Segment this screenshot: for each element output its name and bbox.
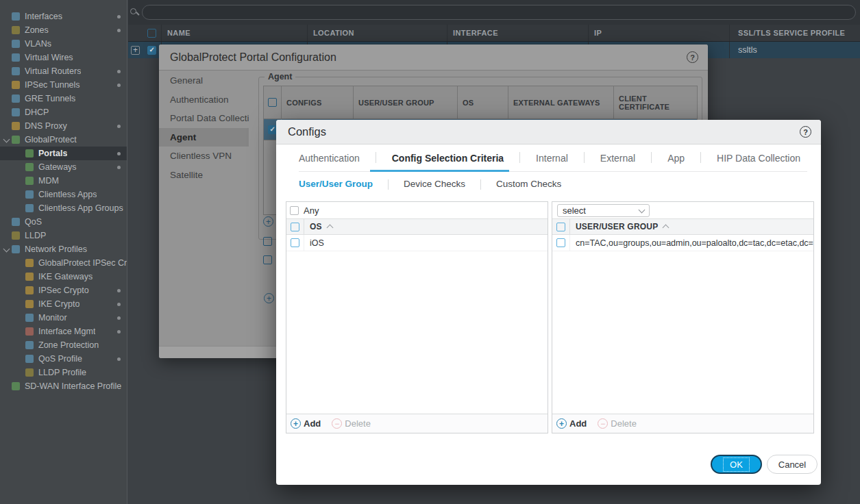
sidebar-item-gre-tunnels[interactable]: GRE Tunnels [0,92,127,105]
agent-table-header: CONFIGS USER/USER GROUP OS EXTERNAL GATE… [264,86,697,119]
sidebar-item-virtual-wires[interactable]: Virtual Wires [0,51,127,64]
agent-column-header[interactable]: CLIENT CERTIFICATE [614,86,697,118]
gp-ipsec-crypto-icon [25,259,34,267]
gre-tunnels-icon [12,94,20,103]
delete-button[interactable]: − Delete [598,418,637,429]
column-header-ssl-tls-service-profile[interactable]: SSL/TLS SERVICE PROFILE [729,25,860,41]
sidebar-item-zones[interactable]: Zones [0,23,127,37]
os-row[interactable]: iOS [286,235,548,251]
sidebar-item-monitor[interactable]: Monitor [0,311,127,325]
sidebar-item-qos-profile[interactable]: QoS Profile [0,352,127,366]
agent-column-header[interactable]: CONFIGS [282,86,354,118]
add-icon[interactable]: + [263,216,273,227]
sidebar-item-ike-crypto[interactable]: IKE Crypto [0,297,127,311]
sidebar-item-sdwan-interface-profile[interactable]: SD-WAN Interface Profile [0,379,127,393]
topbar [128,0,860,25]
subtab-custom-checks[interactable]: Custom Checks [480,179,561,189]
row-ssl-profile-cell: ssltls [729,42,860,58]
user-group-row[interactable]: cn=TAC,ou=groups,ou=admin,ou=paloalto,dc… [552,235,813,251]
add-button[interactable]: + Add [556,418,587,429]
sidebar-item-zone-protection[interactable]: Zone Protection [0,338,127,352]
sidebar-item-lldp[interactable]: LLDP [0,229,127,242]
add-button[interactable]: + Add [291,418,321,429]
sidebar-item-clientless-apps[interactable]: Clientless Apps [0,188,127,201]
delete-button[interactable]: − Delete [332,418,371,429]
sidebar-item-dns-proxy[interactable]: DNS Proxy [0,119,127,133]
row-checkbox[interactable] [556,238,565,247]
column-header-interface[interactable]: INTERFACE [447,25,588,41]
trusted-ca-row-checkbox[interactable] [263,255,272,264]
virtual-wires-icon [12,53,20,62]
tab-app[interactable]: App [651,144,685,171]
expand-row-icon[interactable]: + [131,46,140,55]
column-header-name[interactable]: NAME [161,25,307,41]
search-input[interactable] [142,5,856,20]
os-select-all-checkbox[interactable] [291,223,299,231]
sidebar-item-mdm[interactable]: MDM [0,174,127,188]
sidebar-item-interfaces[interactable]: Interfaces [0,10,127,23]
sidebar-item-interface-mgmt[interactable]: Interface Mgmt [0,325,127,338]
portal-nav-agent[interactable]: Agent [159,128,249,147]
help-icon[interactable]: ? [687,51,698,63]
chevron-down-icon[interactable] [2,245,11,254]
agent-column-header[interactable]: OS [458,86,508,118]
subtab-device-checks[interactable]: Device Checks [388,179,465,189]
sidebar-item-qos[interactable]: QoS [0,215,127,229]
portal-nav-authentication[interactable]: Authentication [159,90,249,110]
tab-authentication[interactable]: Authentication [299,144,360,171]
sidebar-item-globalprotect[interactable]: GlobalProtect [0,133,127,147]
lldp-icon [12,231,20,240]
portal-nav-portal-data-collection[interactable]: Portal Data Collectio [159,109,249,128]
subtab-user-user-group[interactable]: User/User Group [299,179,373,189]
globalprotect-icon [12,136,20,144]
sort-ascending-icon[interactable] [663,225,669,231]
status-dot [117,330,121,333]
tab-external[interactable]: External [584,144,635,171]
help-icon[interactable]: ? [800,126,811,138]
column-header-ip[interactable]: IP [588,25,729,41]
chevron-down-icon[interactable] [2,136,11,144]
vlans-icon [12,40,20,48]
agent-column-header[interactable]: USER/USER GROUP [354,86,458,118]
tab-hip-data-collection[interactable]: HIP Data Collection [700,144,800,171]
sidebar-item-network-profiles[interactable]: Network Profiles [0,242,127,256]
portal-nav-clientless-vpn[interactable]: Clientless VPN [159,147,249,166]
os-rows: iOS [286,235,548,251]
agent-select-all-checkbox[interactable] [268,98,277,107]
sort-ascending-icon[interactable] [326,225,333,231]
portal-nav-satellite[interactable]: Satellite [159,166,249,185]
delete-icon: − [332,418,342,429]
user-group-select-all-checkbox[interactable] [556,223,565,231]
add-icon[interactable]: + [264,293,274,303]
interface-mgmt-icon [25,327,34,336]
agent-column-header[interactable]: EXTERNAL GATEWAYS [508,86,614,118]
sidebar-item-ipsec-crypto[interactable]: IPSec Crypto [0,284,127,297]
cancel-button[interactable]: Cancel [767,455,818,474]
select-all-checkbox[interactable] [147,29,156,38]
tab-internal[interactable]: Internal [519,144,568,171]
ok-button[interactable]: OK [711,455,762,474]
sidebar-item-dhcp[interactable]: DHCP [0,105,127,119]
os-column-header[interactable]: OS [310,222,332,231]
sidebar-item-virtual-routers[interactable]: Virtual Routers [0,64,127,78]
sidebar-item-clientless-app-groups[interactable]: Clientless App Groups [0,201,127,215]
user-group-select[interactable]: select [557,204,650,217]
sidebar-item-ipsec-tunnels[interactable]: IPSec Tunnels [0,78,127,92]
ike-crypto-icon [25,300,34,308]
row-checkbox[interactable] [147,46,156,55]
column-header-location[interactable]: LOCATION [307,25,447,41]
select-all-cell [143,29,161,38]
sidebar: Interfaces Zones VLANs Virtual Wires [0,0,127,504]
portal-nav-general[interactable]: General [159,71,249,90]
tab-config-selection-criteria[interactable]: Config Selection Criteria [376,144,504,171]
sidebar-item-lldp-profile[interactable]: LLDP Profile [0,366,127,379]
sidebar-item-portals[interactable]: Portals [0,147,127,160]
row-checkbox[interactable] [291,238,299,247]
sidebar-item-globalprotect-ipsec-crypto[interactable]: GlobalProtect IPSec Crypto [0,256,127,270]
sidebar-item-ike-gateways[interactable]: IKE Gateways [0,270,127,284]
any-checkbox[interactable] [290,206,299,215]
user-group-column-header[interactable]: USER/USER GROUP [576,222,668,231]
trusted-ca-row-checkbox[interactable] [263,237,272,246]
sidebar-item-vlans[interactable]: VLANs [0,37,127,51]
sidebar-item-gateways[interactable]: Gateways [0,160,127,174]
